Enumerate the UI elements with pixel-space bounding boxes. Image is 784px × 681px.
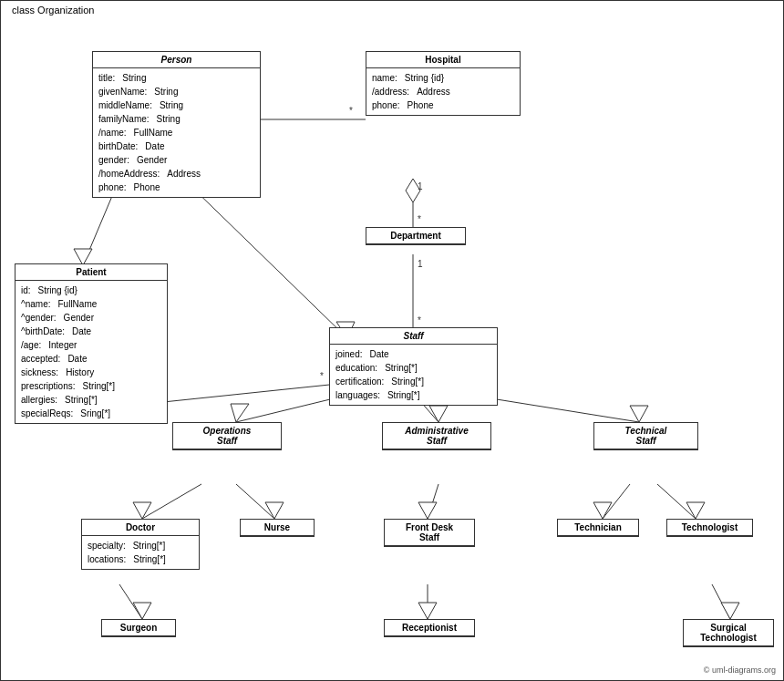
technical-staff-class: TechnicalStaff (593, 422, 698, 450)
svg-line-25 (236, 484, 274, 519)
nurse-class: Nurse (240, 519, 315, 537)
svg-text:*: * (320, 371, 324, 381)
administrative-staff-class-name: AdministrativeStaff (383, 423, 490, 449)
technician-class-name: Technician (558, 520, 638, 536)
person-class: Person title:String givenName:String mid… (92, 51, 261, 198)
svg-line-31 (657, 484, 696, 519)
doctor-class-name: Doctor (82, 520, 199, 536)
technologist-class-name: Technologist (667, 520, 752, 536)
svg-marker-24 (133, 502, 151, 519)
svg-line-37 (712, 584, 730, 619)
svg-marker-38 (721, 603, 739, 619)
svg-marker-3 (406, 179, 420, 202)
receptionist-class: Receptionist (384, 619, 475, 637)
front-desk-staff-class: Front DeskStaff (384, 519, 475, 547)
technician-class: Technician (557, 519, 639, 537)
svg-text:*: * (418, 214, 421, 224)
patient-class: Patient id:String {id} ^name:FullName ^g… (15, 263, 168, 424)
staff-class-name: Staff (330, 328, 497, 345)
svg-line-12 (183, 179, 347, 338)
department-class-name: Department (366, 228, 465, 244)
person-class-attrs: title:String givenName:String middleName… (93, 68, 260, 197)
department-class: Department (366, 227, 466, 245)
administrative-staff-class: AdministrativeStaff (382, 422, 491, 450)
operations-staff-class: OperationsStaff (172, 422, 282, 450)
doctor-class: Doctor specialty:String[*] locations:Str… (81, 519, 200, 570)
person-class-name: Person (93, 52, 260, 68)
staff-class: Staff joined:Date education:String[*] ce… (329, 327, 498, 406)
patient-class-name: Patient (15, 264, 167, 281)
surgeon-class-name: Surgeon (102, 620, 175, 636)
svg-marker-32 (686, 502, 705, 519)
svg-marker-18 (231, 404, 249, 422)
surgical-technologist-class: SurgicalTechnologist (683, 619, 774, 647)
hospital-class: Hospital name:String {id} /address:Addre… (366, 51, 521, 116)
svg-marker-28 (418, 502, 437, 519)
svg-line-33 (119, 584, 142, 619)
svg-line-27 (428, 484, 438, 519)
technologist-class: Technologist (666, 519, 753, 537)
svg-marker-22 (630, 406, 648, 422)
svg-marker-26 (265, 502, 284, 519)
svg-text:1: 1 (418, 259, 423, 269)
hospital-class-attrs: name:String {id} /address:Address phone:… (366, 68, 520, 115)
receptionist-class-name: Receptionist (385, 620, 474, 636)
surgical-technologist-class-name: SurgicalTechnologist (684, 620, 773, 646)
svg-marker-30 (593, 502, 612, 519)
svg-marker-34 (133, 603, 151, 619)
svg-marker-36 (418, 603, 437, 619)
svg-line-23 (142, 484, 201, 519)
staff-class-attrs: joined:Date education:String[*] certific… (330, 345, 497, 405)
technical-staff-class-name: TechnicalStaff (594, 423, 697, 449)
copyright: © uml-diagrams.org (704, 666, 776, 675)
diagram-container: class Organization * * 1 * 1 * * * (0, 0, 784, 681)
svg-text:*: * (349, 106, 353, 116)
doctor-class-attrs: specialty:String[*] locations:String[*] (82, 536, 199, 569)
diagram-title: class Organization (8, 5, 98, 15)
surgeon-class: Surgeon (101, 619, 176, 637)
nurse-class-name: Nurse (241, 520, 314, 536)
svg-text:*: * (418, 315, 421, 325)
svg-marker-20 (429, 406, 448, 422)
svg-text:1: 1 (418, 181, 423, 191)
patient-class-attrs: id:String {id} ^name:FullName ^gender:Ge… (15, 281, 167, 423)
front-desk-staff-class-name: Front DeskStaff (385, 520, 474, 546)
hospital-class-name: Hospital (366, 52, 520, 68)
svg-line-29 (603, 484, 630, 519)
operations-staff-class-name: OperationsStaff (173, 423, 281, 449)
